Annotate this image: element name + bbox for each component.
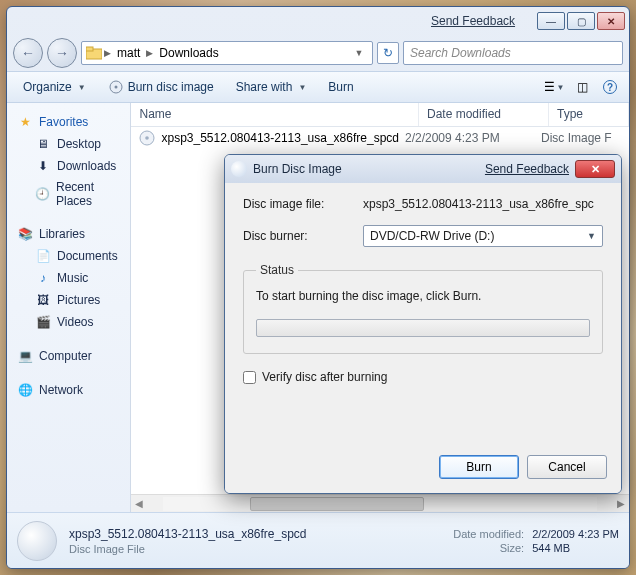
toolbar: Organize▼ Burn disc image Share with▼ Bu… [7,71,629,103]
disc-icon [231,161,247,177]
recent-icon: 🕘 [35,186,50,202]
sidebar-item-label: Recent Places [56,180,120,208]
column-type[interactable]: Type [549,103,629,126]
disc-burner-label: Disc burner: [243,229,353,243]
scroll-track[interactable] [163,497,597,511]
sidebar-item-label: Downloads [57,159,116,173]
file-row[interactable]: xpsp3_5512.080413-2113_usa_x86fre_spcd 2… [131,127,629,149]
column-date[interactable]: Date modified [419,103,549,126]
svg-point-3 [114,86,117,89]
file-name: xpsp3_5512.080413-2113_usa_x86fre_spcd [161,131,399,145]
help-icon: ? [603,80,617,94]
sidebar-item-downloads[interactable]: ⬇Downloads [7,155,130,177]
sidebar-libraries[interactable]: 📚 Libraries [7,223,130,245]
disc-image-icon [139,130,155,146]
minimize-button[interactable]: — [537,12,565,30]
pictures-icon: 🖼 [35,292,51,308]
libraries-label: Libraries [39,227,85,241]
computer-label: Computer [39,349,92,363]
sidebar-item-desktop[interactable]: 🖥Desktop [7,133,130,155]
burn-disc-image-dialog: Burn Disc Image Send Feedback ✕ Disc ima… [224,154,622,494]
progress-bar [256,319,590,337]
sidebar-item-recent[interactable]: 🕘Recent Places [7,177,130,211]
details-filetype: Disc Image File [69,543,307,555]
network-label: Network [39,383,83,397]
music-icon: ♪ [35,270,51,286]
dialog-feedback-link[interactable]: Send Feedback [485,162,569,176]
forward-button[interactable]: → [47,38,77,68]
sidebar-favorites[interactable]: ★ Favorites [7,111,130,133]
disc-image-file-value: xpsp3_5512.080413-2113_usa_x86fre_spc [363,197,603,211]
titlebar: Send Feedback — ▢ ✕ [7,7,629,35]
scroll-left-icon[interactable]: ◀ [131,498,147,509]
chevron-right-icon: ▶ [146,48,153,58]
sidebar-item-label: Pictures [57,293,100,307]
dialog-close-button[interactable]: ✕ [575,160,615,178]
details-size-value: 544 MB [532,542,619,554]
share-label: Share with [236,80,293,94]
cancel-button[interactable]: Cancel [527,455,607,479]
chevron-right-icon: ▶ [104,48,111,58]
sidebar: ★ Favorites 🖥Desktop ⬇Downloads 🕘Recent … [7,103,131,512]
disc-image-file-label: Disc image file: [243,197,353,211]
close-button[interactable]: ✕ [597,12,625,30]
disc-burner-select[interactable]: DVD/CD-RW Drive (D:) ▼ [363,225,603,247]
preview-pane-button[interactable]: ◫ [571,76,593,98]
breadcrumb[interactable]: ▶ matt ▶ Downloads ▼ [81,41,373,65]
share-with-button[interactable]: Share with▼ [228,76,315,98]
verify-checkbox-row[interactable]: Verify disc after burning [243,370,603,384]
breadcrumb-seg-folder[interactable]: Downloads [155,46,222,60]
sidebar-computer[interactable]: 💻Computer [7,345,130,367]
favorites-label: Favorites [39,115,88,129]
scroll-thumb[interactable] [250,497,423,511]
sidebar-item-label: Videos [57,315,93,329]
organize-button[interactable]: Organize▼ [15,76,94,98]
dialog-footer: Burn Cancel [225,445,621,493]
details-date-value: 2/2/2009 4:23 PM [532,528,619,540]
network-icon: 🌐 [17,382,33,398]
verify-checkbox[interactable] [243,371,256,384]
breadcrumb-dropdown[interactable]: ▼ [350,48,368,58]
help-button[interactable]: ? [599,76,621,98]
sidebar-item-label: Desktop [57,137,101,151]
details-filename: xpsp3_5512.080413-2113_usa_x86fre_spcd [69,527,307,541]
send-feedback-link[interactable]: Send Feedback [431,14,515,28]
computer-icon: 💻 [17,348,33,364]
organize-label: Organize [23,80,72,94]
verify-label: Verify disc after burning [262,370,387,384]
maximize-button[interactable]: ▢ [567,12,595,30]
file-type: Disc Image F [541,131,621,145]
burn-image-label: Burn disc image [128,80,214,94]
refresh-icon: ↻ [383,46,393,60]
close-icon: ✕ [591,163,600,176]
burn-disc-image-button[interactable]: Burn disc image [100,75,222,99]
back-button[interactable]: ← [13,38,43,68]
disc-icon [108,79,124,95]
view-button[interactable]: ☰▼ [543,76,565,98]
burn-button-toolbar[interactable]: Burn [320,76,361,98]
column-name[interactable]: Name [131,103,419,126]
svg-rect-1 [86,47,93,51]
documents-icon: 📄 [35,248,51,264]
refresh-button[interactable]: ↻ [377,42,399,64]
burn-button[interactable]: Burn [439,455,519,479]
forward-icon: → [55,45,69,61]
horizontal-scrollbar[interactable]: ◀ ▶ [131,494,629,512]
sidebar-item-pictures[interactable]: 🖼Pictures [7,289,130,311]
nav-row: ← → ▶ matt ▶ Downloads ▼ ↻ Search Downlo… [7,35,629,71]
search-input[interactable]: Search Downloads [403,41,623,65]
sidebar-item-label: Documents [57,249,118,263]
sidebar-item-music[interactable]: ♪Music [7,267,130,289]
status-text: To start burning the disc image, click B… [256,289,590,303]
breadcrumb-seg-user[interactable]: matt [113,46,144,60]
sidebar-network[interactable]: 🌐Network [7,379,130,401]
sidebar-item-videos[interactable]: 🎬Videos [7,311,130,333]
sidebar-item-documents[interactable]: 📄Documents [7,245,130,267]
scroll-right-icon[interactable]: ▶ [613,498,629,509]
chevron-down-icon: ▼ [587,231,596,241]
details-pane: xpsp3_5512.080413-2113_usa_x86fre_spcd D… [7,512,629,568]
minimize-icon: — [546,16,556,27]
details-size-label: Size: [453,542,524,554]
view-icon: ☰ [544,80,555,94]
videos-icon: 🎬 [35,314,51,330]
